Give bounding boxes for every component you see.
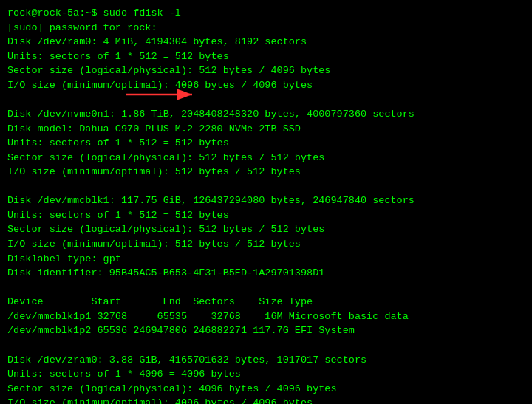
dev-header: Device Start End Sectors Size Type: [7, 295, 525, 309]
empty3: [7, 281, 525, 295]
terminal-window: rock@rock-5a:~$ sudo fdisk -l[sudo] pass…: [0, 0, 532, 404]
disk-ram0: Disk /dev/ram0: 4 MiB, 4194304 bytes, 81…: [7, 35, 525, 49]
prompt1: rock@rock-5a:~$ sudo fdisk -l: [7, 6, 525, 21]
sector-ram0: Sector size (logical/physical): 512 byte…: [7, 64, 525, 78]
diskid-mmc: Disk identifier: 95B45AC5-B653-4F31-B5ED…: [7, 266, 525, 281]
units-zram: Units: sectors of 1 * 4096 = 4096 bytes: [7, 367, 525, 382]
disk-zram0: Disk /dev/zram0: 3.88 GiB, 4165701632 by…: [7, 353, 525, 368]
terminal-content: rock@rock-5a:~$ sudo fdisk -l[sudo] pass…: [7, 6, 525, 404]
dev-p2: /dev/mmcblk1p2 65536 246947806 246882271…: [7, 323, 525, 338]
dev-p1: /dev/mmcblk1p1 32768 65535 32768 16M Mic…: [7, 309, 525, 324]
empty4: [7, 338, 525, 353]
empty2: [7, 179, 525, 194]
units-mmc: Units: sectors of 1 * 512 = 512 bytes: [7, 208, 525, 223]
io-zram: I/O size (minimum/optimal): 4096 bytes /…: [7, 396, 525, 404]
io-mmc: I/O size (minimum/optimal): 512 bytes / …: [7, 237, 525, 252]
sudo-pw: [sudo] password for rock:: [7, 21, 525, 35]
sector-mmc: Sector size (logical/physical): 512 byte…: [7, 222, 525, 237]
disk-nvme: Disk /dev/nvme0n1: 1.86 TiB, 20484082483…: [7, 107, 525, 122]
units-ram0: Units: sectors of 1 * 512 = 512 bytes: [7, 49, 525, 64]
disk-mmcblk1: Disk /dev/mmcblk1: 117.75 GiB, 126437294…: [7, 194, 525, 208]
disklabel-mmc: Disklabel type: gpt: [7, 252, 525, 267]
io-ram0: I/O size (minimum/optimal): 4096 bytes /…: [7, 78, 525, 93]
sector-nvme: Sector size (logical/physical): 512 byte…: [7, 151, 525, 165]
sector-zram: Sector size (logical/physical): 4096 byt…: [7, 382, 525, 397]
units-nvme: Units: sectors of 1 * 512 = 512 bytes: [7, 136, 525, 151]
empty1: [7, 92, 525, 107]
disk-model-nvme: Disk model: Dahua C970 PLUS M.2 2280 NVM…: [7, 122, 525, 137]
io-nvme: I/O size (minimum/optimal): 512 bytes / …: [7, 165, 525, 179]
